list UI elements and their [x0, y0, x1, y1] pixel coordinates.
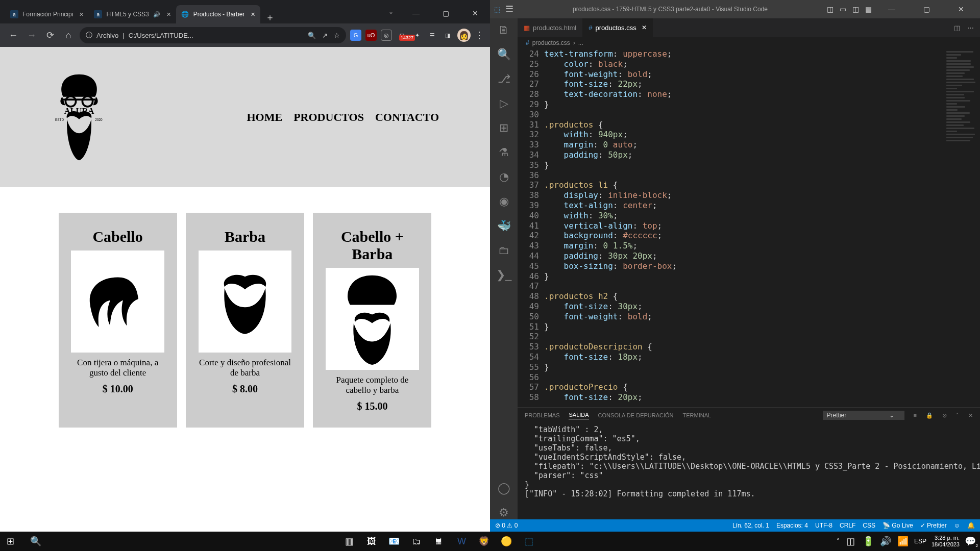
- word-icon[interactable]: W: [455, 536, 468, 547]
- address-bar[interactable]: ⓘ Archivo | C:/Users/LATITUDE... 🔍 ↗ ☆: [80, 27, 346, 43]
- status-errors[interactable]: ⊘ 0 ⚠ 0: [495, 522, 518, 529]
- language-indicator[interactable]: ESP: [914, 538, 926, 545]
- layout-icon[interactable]: ▭: [840, 5, 846, 13]
- back-button[interactable]: ←: [6, 30, 20, 41]
- list-icon[interactable]: ≡: [914, 412, 917, 418]
- account-icon[interactable]: ◯: [490, 482, 518, 495]
- info-icon[interactable]: ⓘ: [86, 31, 92, 40]
- task-view-icon[interactable]: ▥: [343, 536, 355, 547]
- chrome-tab-0[interactable]: a Formación Principi ✕: [5, 5, 89, 23]
- clock[interactable]: 3:28 p. m. 18/04/2023: [932, 535, 960, 548]
- status-eol[interactable]: CRLF: [840, 522, 855, 529]
- kebab-menu-icon[interactable]: ⋮: [475, 30, 484, 41]
- close-button[interactable]: ✕: [946, 0, 976, 19]
- share-icon[interactable]: ↗: [322, 32, 328, 39]
- minimize-button[interactable]: —: [401, 3, 431, 23]
- brave-icon[interactable]: 🦁: [478, 536, 490, 547]
- close-icon[interactable]: ✕: [79, 11, 84, 18]
- panel-tab-terminal[interactable]: TERMINAL: [683, 412, 712, 418]
- search-icon[interactable]: 🔍: [490, 48, 518, 61]
- folder-icon[interactable]: 🗀: [490, 244, 518, 257]
- close-icon[interactable]: ✕: [968, 412, 973, 419]
- explorer-icon[interactable]: 🗂: [410, 536, 423, 547]
- status-prettier[interactable]: ✓ Prettier: [920, 522, 947, 529]
- volume-icon[interactable]: 🔊: [879, 536, 892, 547]
- gear-icon[interactable]: ⚙: [490, 506, 518, 519]
- explorer-icon[interactable]: 🗎: [490, 23, 518, 37]
- wifi-icon[interactable]: 📶: [897, 536, 909, 547]
- extensions-icon[interactable]: ⊞: [490, 121, 518, 135]
- tray-icon[interactable]: ◫: [845, 536, 857, 547]
- profile-avatar[interactable]: 👩: [457, 29, 471, 42]
- bell-icon[interactable]: 🔔: [967, 522, 975, 529]
- panel-tab-problemas[interactable]: PROBLEMAS: [525, 412, 559, 418]
- close-button[interactable]: ✕: [460, 3, 490, 23]
- battery-icon[interactable]: 🔋: [862, 536, 874, 547]
- app-icon[interactable]: 🖼: [365, 536, 378, 547]
- chevron-up-icon[interactable]: ˄: [837, 538, 840, 545]
- minimap[interactable]: [939, 49, 980, 407]
- chrome-icon[interactable]: 🟡: [500, 536, 512, 547]
- docker-icon[interactable]: 🐳: [490, 219, 518, 233]
- panel-tab-salida[interactable]: SALIDA: [569, 412, 589, 419]
- extension-icon[interactable]: ◎: [381, 30, 392, 41]
- side-panel-icon[interactable]: ◨: [442, 30, 453, 41]
- feedback-icon[interactable]: ☺: [954, 522, 960, 529]
- chevron-up-icon[interactable]: ˄: [956, 412, 959, 419]
- editor-tab-css[interactable]: # productos.css ✕: [582, 18, 652, 37]
- status-golive[interactable]: 📡 Go Live: [883, 522, 913, 529]
- mail-extension-icon[interactable]: ✉14327: [396, 30, 407, 41]
- layout-icon[interactable]: ◫: [852, 5, 859, 13]
- ublock-extension-icon[interactable]: uO: [365, 30, 377, 41]
- start-button[interactable]: ⊞: [4, 536, 16, 547]
- hamburger-menu-icon[interactable]: ☰: [505, 4, 513, 15]
- close-icon[interactable]: ✕: [642, 24, 647, 31]
- minimize-button[interactable]: —: [877, 0, 906, 19]
- terminal-icon[interactable]: ❯_: [490, 268, 518, 282]
- close-icon[interactable]: ✕: [166, 11, 171, 18]
- chrome-tab-1[interactable]: a HTML5 y CSS3 🔊 ✕: [89, 5, 176, 23]
- zoom-icon[interactable]: 🔍: [308, 32, 316, 39]
- run-debug-icon[interactable]: ▷: [490, 97, 518, 110]
- maximize-button[interactable]: ▢: [431, 3, 460, 23]
- reload-button[interactable]: ⟳: [43, 30, 57, 41]
- vscode-icon[interactable]: ⬚: [523, 536, 535, 547]
- nav-productos[interactable]: PRODUCTOS: [293, 111, 364, 124]
- star-icon[interactable]: ☆: [334, 32, 340, 39]
- translate-extension-icon[interactable]: G: [350, 30, 361, 41]
- forward-button[interactable]: →: [24, 30, 39, 41]
- timeline-icon[interactable]: ◔: [490, 170, 518, 184]
- calculator-icon[interactable]: 🖩: [433, 536, 445, 547]
- speaker-icon[interactable]: 🔊: [153, 11, 160, 18]
- panel-tab-consola[interactable]: CONSOLA DE DEPURACIÓN: [598, 412, 674, 418]
- code-editor[interactable]: 24 25 26 27 28 29 30 31 32 33 34 35 36 3…: [518, 49, 980, 407]
- nav-home[interactable]: HOME: [247, 111, 283, 124]
- status-encoding[interactable]: UTF-8: [815, 522, 832, 529]
- reading-list-icon[interactable]: ☰: [427, 30, 438, 41]
- layout-icon[interactable]: ◫: [827, 5, 834, 13]
- notifications-icon[interactable]: 💬2: [965, 536, 976, 547]
- output-content[interactable]: "tabWidth" : 2, "trailingComma": "es5", …: [518, 423, 980, 519]
- status-position[interactable]: Lín. 62, col. 1: [732, 522, 769, 529]
- edge-icon[interactable]: ◉: [490, 195, 518, 208]
- testing-icon[interactable]: ⚗: [490, 146, 518, 159]
- editor-tab-html[interactable]: ▦ productos.html: [518, 18, 582, 37]
- layout-icon[interactable]: ▦: [865, 5, 872, 13]
- close-icon[interactable]: ✕: [251, 11, 255, 18]
- nav-contacto[interactable]: CONTACTO: [375, 111, 439, 124]
- more-icon[interactable]: ⋯: [967, 24, 974, 32]
- output-channel-select[interactable]: Prettier⌄: [823, 411, 904, 420]
- breadcrumb[interactable]: # productos.css › ...: [518, 37, 980, 49]
- home-button[interactable]: ⌂: [61, 30, 76, 41]
- outlook-icon[interactable]: 📧: [388, 536, 400, 547]
- search-icon[interactable]: 🔍: [30, 536, 42, 547]
- split-editor-icon[interactable]: ◫: [954, 24, 960, 32]
- lock-icon[interactable]: 🔒: [926, 412, 933, 419]
- maximize-button[interactable]: ▢: [912, 0, 941, 19]
- new-tab-button[interactable]: ＋: [260, 11, 280, 23]
- status-spaces[interactable]: Espacios: 4: [776, 522, 808, 529]
- source-control-icon[interactable]: ⎇: [490, 72, 518, 86]
- clear-icon[interactable]: ⊘: [942, 412, 947, 419]
- chrome-tab-2[interactable]: 🌐 Productos - Barber ✕: [176, 5, 261, 23]
- status-lang[interactable]: CSS: [863, 522, 875, 529]
